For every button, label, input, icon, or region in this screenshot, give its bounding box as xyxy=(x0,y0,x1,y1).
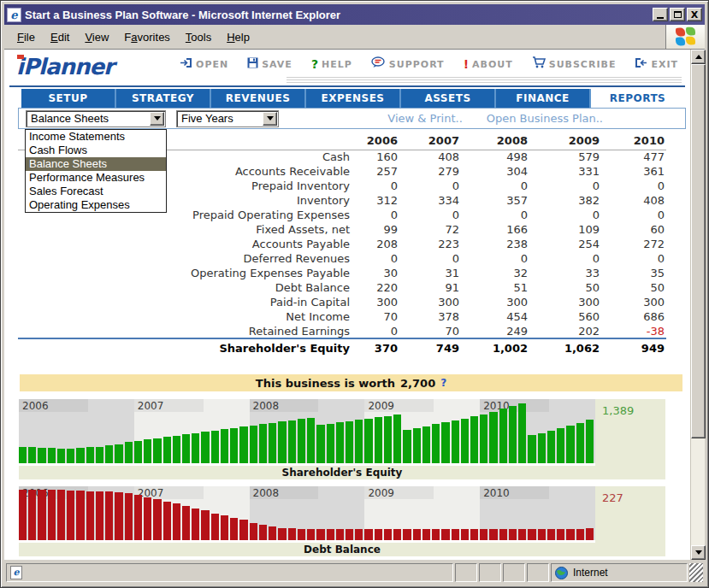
equity-bar xyxy=(115,444,122,464)
table-cell: 91 xyxy=(399,280,461,295)
tab-expenses[interactable]: EXPENSES xyxy=(306,89,401,108)
support-button[interactable]: SUPPORT xyxy=(371,56,445,72)
period-select[interactable]: Five Years xyxy=(176,110,279,127)
help-question-icon[interactable]: ? xyxy=(440,377,446,389)
tab-reports[interactable]: REPORTS xyxy=(591,89,684,108)
equity-bar xyxy=(173,436,180,463)
dropdown-option[interactable]: Operating Expenses xyxy=(26,198,166,212)
debt-bar xyxy=(432,529,440,540)
equity-bar xyxy=(38,448,45,463)
table-cell: -38 xyxy=(601,324,666,338)
debt-bar xyxy=(528,529,535,540)
worth-text: This business is worth xyxy=(256,377,395,390)
equity-bar xyxy=(384,416,392,464)
minimize-button[interactable] xyxy=(653,8,668,21)
debt-bar xyxy=(201,510,209,540)
close-button[interactable]: X xyxy=(687,8,702,21)
debt-bar xyxy=(153,499,161,540)
exit-button[interactable]: EXIT xyxy=(635,56,678,72)
open-button[interactable]: OPEN xyxy=(180,56,228,72)
debt-bar xyxy=(230,518,238,540)
tab-assets[interactable]: ASSETS xyxy=(401,89,496,108)
equity-bar xyxy=(355,420,363,463)
debt-bar xyxy=(355,529,363,540)
table-cell: 60 xyxy=(601,222,666,237)
debt-bar xyxy=(538,529,546,540)
dropdown-option[interactable]: Performance Measures xyxy=(26,171,166,185)
view-print-link[interactable]: View & Print.. xyxy=(387,112,462,125)
equity-bar xyxy=(489,412,497,463)
equity-bar xyxy=(316,425,324,463)
save-button[interactable]: SAVE xyxy=(247,56,292,72)
about-button[interactable]: !ABOUT xyxy=(464,58,513,70)
dropdown-option[interactable]: Cash Flows xyxy=(26,144,166,157)
scrollbar-thumb[interactable] xyxy=(691,64,706,438)
page-content: iPlanner OPENSAVE?HELPSUPPORT!ABOUTSUBSC… xyxy=(4,49,705,560)
table-cell: 0 xyxy=(352,251,399,266)
save-icon xyxy=(247,56,258,72)
report-type-select[interactable]: Balance Sheets xyxy=(26,110,166,127)
toolbar-label: EXIT xyxy=(651,59,678,70)
debt-bar xyxy=(557,529,564,540)
debt-bar xyxy=(576,529,584,540)
table-cell: 160 xyxy=(352,150,399,164)
menu-item-file[interactable]: File xyxy=(9,28,43,46)
menu-item-favorites[interactable]: Favorites xyxy=(116,28,178,46)
subscribe-button[interactable]: SUBSCRIBE xyxy=(532,56,617,72)
dropdown-option[interactable]: Sales Forecast xyxy=(26,185,166,198)
equity-bar xyxy=(413,428,421,463)
menu-item-tools[interactable]: Tools xyxy=(178,28,219,46)
help-button[interactable]: ?HELP xyxy=(311,58,352,70)
table-cell: 0 xyxy=(529,208,601,222)
tab-revenues[interactable]: REVENUES xyxy=(211,89,306,108)
vertical-scrollbar[interactable] xyxy=(690,50,705,560)
equity-bar xyxy=(153,438,161,463)
menu-item-help[interactable]: Help xyxy=(219,28,257,46)
equity-bar xyxy=(518,403,526,464)
debt-bar xyxy=(566,529,574,540)
debt-bar xyxy=(499,529,507,540)
tab-strategy[interactable]: STRATEGY xyxy=(116,89,211,108)
scroll-down-button[interactable] xyxy=(691,545,706,560)
open-business-plan-link[interactable]: Open Business Plan.. xyxy=(487,112,603,125)
debt-balance-chart: 20062007200820092010227Debt Balance xyxy=(19,486,665,556)
debt-bar xyxy=(336,529,344,540)
table-cell: 304 xyxy=(461,164,529,179)
equity-bar xyxy=(393,415,401,463)
debt-bar xyxy=(316,529,324,540)
chart-title: Shareholder's Equity xyxy=(282,467,403,479)
debt-bar xyxy=(327,529,334,540)
scroll-up-button[interactable] xyxy=(691,50,706,64)
maximize-button[interactable] xyxy=(670,8,685,21)
resize-grip[interactable] xyxy=(689,563,703,582)
table-row: Debt Balance22091515050 xyxy=(18,280,666,295)
equity-bar xyxy=(576,423,584,463)
table-total-row: Shareholder's Equity3707491,0021,062949 xyxy=(18,338,666,357)
open-icon xyxy=(180,56,192,72)
status-panel xyxy=(503,563,525,582)
debt-bar xyxy=(115,492,122,540)
dropdown-option[interactable]: Balance Sheets xyxy=(26,157,166,171)
menu-item-edit[interactable]: Edit xyxy=(43,28,77,46)
chevron-down-icon[interactable] xyxy=(150,112,164,126)
equity-bar xyxy=(547,431,555,463)
table-cell: 334 xyxy=(399,193,461,208)
zone-label: Internet xyxy=(573,567,608,579)
equity-bar xyxy=(19,447,27,464)
equity-bar xyxy=(182,434,190,463)
chart-value-area: 1,389 xyxy=(595,399,665,466)
year-column-header: 2007 xyxy=(399,132,461,150)
equity-bar xyxy=(163,437,171,463)
tab-finance[interactable]: FINANCE xyxy=(496,89,591,108)
help-icon: ? xyxy=(311,58,318,70)
dropdown-option[interactable]: Income Statements xyxy=(26,130,166,144)
toolbar-label: SAVE xyxy=(262,59,292,70)
equity-bar xyxy=(538,433,546,463)
equity-bar xyxy=(288,420,296,463)
tab-setup[interactable]: SETUP xyxy=(21,89,116,108)
debt-bar xyxy=(384,529,392,540)
title-bar[interactable]: e Start a Business Plan Software - Micro… xyxy=(4,4,705,25)
menu-item-view[interactable]: View xyxy=(77,28,116,46)
chevron-down-icon[interactable] xyxy=(263,112,277,126)
status-bar: e Internet xyxy=(4,562,705,584)
